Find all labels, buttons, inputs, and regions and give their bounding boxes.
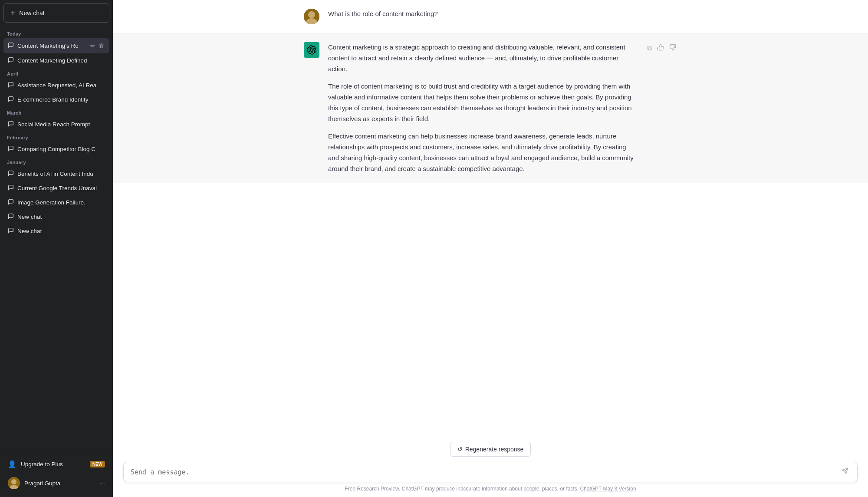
chat-area: What is the role of content marketing? C…: [113, 0, 868, 437]
user-name: Pragati Gupta: [24, 480, 60, 487]
chat-icon: [8, 213, 14, 221]
ai-response-p2: The role of content marketing is to buil…: [328, 81, 638, 124]
ai-message-actions: ⧉: [646, 42, 677, 53]
new-chat-label: New chat: [19, 10, 44, 16]
message-input-row: [123, 462, 858, 482]
chat-icon: [8, 227, 14, 235]
bottom-area: ↺ Regenerate response Free Research Prev…: [113, 437, 868, 497]
section-label-today: Today: [3, 28, 109, 38]
chat-item-label: Benefits of AI in Content Indu: [17, 171, 105, 177]
chat-icon: [8, 96, 14, 103]
chat-icon: [8, 199, 14, 206]
pencil-icon[interactable]: ✏: [89, 42, 96, 50]
sidebar-item-social-media-reach[interactable]: Social Media Reach Prompt.: [3, 117, 109, 132]
chat-icon: [8, 121, 14, 128]
sidebar-item-content-marketing-defined[interactable]: Content Marketing Defined: [3, 53, 109, 68]
disclaimer-link[interactable]: ChatGPT May 3 Version: [580, 486, 636, 492]
sidebar-item-new-chat-1[interactable]: New chat: [3, 210, 109, 224]
thumbs-down-button[interactable]: [668, 43, 677, 53]
avatar: [8, 477, 20, 489]
person-icon: 👤: [8, 460, 16, 468]
sidebar-item-content-marketing-ro[interactable]: Content Marketing's Ro✏🗑: [3, 38, 109, 53]
disclaimer-text: Free Research Preview. ChatGPT may produ…: [345, 486, 579, 492]
chat-icon: [8, 170, 14, 178]
sidebar-item-comparing-competitor[interactable]: Comparing Competitor Blog C: [3, 142, 109, 156]
user-question-text: What is the role of content marketing?: [328, 9, 641, 20]
section-label-march: March: [3, 107, 109, 117]
sidebar-sections: TodayContent Marketing's Ro✏🗑Content Mar…: [3, 28, 109, 238]
chat-item-label: Image Generation Failure.: [17, 199, 105, 206]
trash-icon[interactable]: 🗑: [98, 42, 105, 50]
chat-icon: [8, 184, 14, 192]
svg-point-4: [308, 11, 315, 18]
chat-item-label: Content Marketing's Ro: [17, 43, 86, 49]
sidebar-bottom: 👤 Upgrade to Plus NEW Pragati Gupta ···: [0, 452, 113, 497]
ai-message-content: Content marketing is a strategic approac…: [328, 42, 638, 174]
section-label-april: April: [3, 68, 109, 78]
chat-item-label: E-commerce Brand Identity: [17, 96, 105, 103]
regenerate-icon: ↺: [457, 446, 463, 453]
user-message-content: What is the role of content marketing?: [328, 9, 641, 20]
chat-item-label: Content Marketing Defined: [17, 57, 105, 64]
ai-message-row: Content marketing is a strategic approac…: [113, 33, 868, 183]
sidebar: + New chat TodayContent Marketing's Ro✏🗑…: [0, 0, 113, 497]
copy-button[interactable]: ⧉: [646, 43, 653, 53]
ai-avatar: [304, 42, 319, 58]
chat-item-label: Comparing Competitor Blog C: [17, 146, 105, 152]
sidebar-item-image-gen-failure[interactable]: Image Generation Failure.: [3, 195, 109, 210]
sidebar-item-assistance-requested[interactable]: Assistance Requested, AI Rea: [3, 78, 109, 92]
ai-response-p3: Effective content marketing can help bus…: [328, 131, 638, 174]
regenerate-button[interactable]: ↺ Regenerate response: [450, 442, 531, 457]
new-chat-button[interactable]: + New chat: [3, 3, 109, 23]
user-profile-button[interactable]: Pragati Gupta ···: [3, 473, 109, 494]
chat-icon: [8, 42, 14, 49]
disclaimer: Free Research Preview. ChatGPT may produ…: [123, 482, 858, 497]
chat-item-actions: ✏🗑: [89, 42, 105, 50]
chat-item-label: New chat: [17, 228, 105, 234]
main-content: What is the role of content marketing? C…: [113, 0, 868, 497]
sidebar-item-google-trends[interactable]: Current Google Trends Unavai: [3, 181, 109, 195]
more-options-icon[interactable]: ···: [99, 479, 105, 487]
plus-icon: +: [11, 9, 15, 17]
user-msg-wrapper: What is the role of content marketing?: [304, 9, 677, 24]
new-badge: NEW: [90, 461, 105, 467]
svg-point-1: [11, 479, 16, 484]
chat-item-label: Assistance Requested, AI Rea: [17, 82, 105, 89]
section-label-january: January: [3, 156, 109, 167]
regenerate-label: Regenerate response: [465, 446, 524, 453]
user-avatar-image: [8, 477, 20, 489]
chat-icon: [8, 82, 14, 89]
sidebar-item-ecommerce-brand[interactable]: E-commerce Brand Identity: [3, 92, 109, 107]
sidebar-item-new-chat-2[interactable]: New chat: [3, 224, 109, 238]
chat-icon: [8, 57, 14, 64]
ai-msg-wrapper: Content marketing is a strategic approac…: [304, 42, 677, 174]
sidebar-item-benefits-ai[interactable]: Benefits of AI in Content Indu: [3, 167, 109, 181]
sidebar-scroll: TodayContent Marketing's Ro✏🗑Content Mar…: [0, 26, 113, 452]
chat-item-label: Social Media Reach Prompt.: [17, 121, 105, 128]
thumbs-up-button[interactable]: [656, 43, 665, 53]
user-avatar-main: [304, 9, 319, 24]
ai-response-p1: Content marketing is a strategic approac…: [328, 42, 638, 74]
section-label-february: February: [3, 132, 109, 142]
user-message-row: What is the role of content marketing?: [113, 0, 868, 33]
chat-item-label: New chat: [17, 214, 105, 220]
chat-icon: [8, 145, 14, 153]
upgrade-label: Upgrade to Plus: [21, 461, 63, 467]
send-button[interactable]: [840, 467, 850, 477]
chat-item-label: Current Google Trends Unavai: [17, 185, 105, 191]
message-input[interactable]: [131, 468, 838, 476]
upgrade-to-plus-button[interactable]: 👤 Upgrade to Plus NEW: [3, 456, 109, 473]
regenerate-row: ↺ Regenerate response: [123, 442, 858, 457]
